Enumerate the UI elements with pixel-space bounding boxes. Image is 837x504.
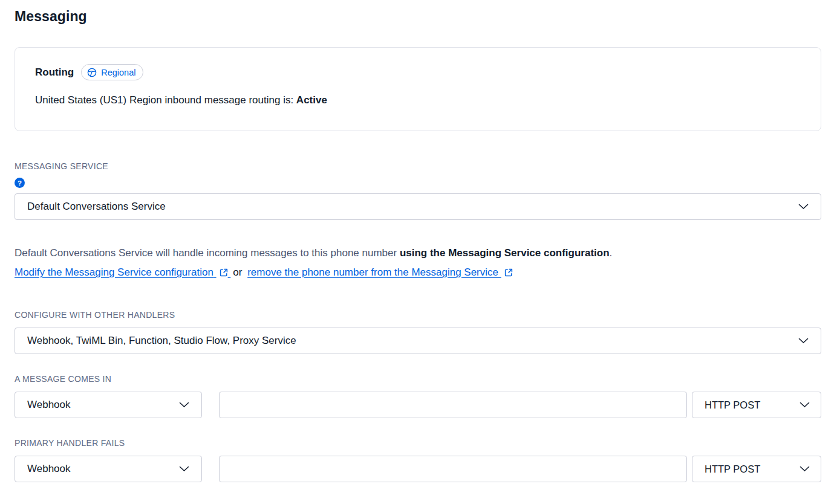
chevron-down-icon [798,338,809,344]
remove-phone-number-link[interactable]: remove the phone number from the Messagi… [247,267,513,278]
routing-status-line: United States (US1) Region inbound messa… [35,93,801,108]
page-title: Messaging [15,8,821,25]
modify-link-label: Modify the Messaging Service configurati… [15,267,213,278]
routing-card: Routing Regional United States (US1) Reg… [15,47,821,131]
chevron-down-icon [179,466,189,472]
message-comes-in-method-select[interactable]: HTTP POST [692,392,821,418]
modify-messaging-service-link[interactable]: Modify the Messaging Service configurati… [15,267,230,278]
routing-status-value: Active [296,94,327,106]
external-link-icon [220,268,228,277]
method-selected-value: HTTP POST [705,464,760,475]
other-handlers-selected-value: Webhook, TwiML Bin, Function, Studio Flo… [27,335,296,347]
link-separator: or [233,267,242,278]
chevron-down-icon [800,402,810,408]
primary-handler-fails-handler-select[interactable]: Webhook [15,456,202,482]
routing-status-text: United States (US1) Region inbound messa… [35,94,293,106]
routing-card-title: Routing [35,66,74,79]
handler-selected-value: Webhook [27,399,71,411]
handler-selected-value: Webhook [27,463,71,475]
messaging-service-select[interactable]: Default Conversations Service [15,193,821,220]
messaging-service-field: MESSAGING SERVICE ? Default Conversation… [15,161,821,220]
other-handlers-field: CONFIGURE WITH OTHER HANDLERS Webhook, T… [15,310,821,354]
globe-icon [87,68,97,77]
primary-handler-fails-label: PRIMARY HANDLER FAILS [15,438,821,448]
regional-badge-label: Regional [101,68,135,77]
message-comes-in-label: A MESSAGE COMES IN [15,374,821,384]
other-handlers-select[interactable]: Webhook, TwiML Bin, Function, Studio Flo… [15,328,821,354]
chevron-down-icon [800,466,810,472]
messaging-service-selected-value: Default Conversations Service [27,201,166,213]
regional-badge: Regional [81,64,143,80]
primary-handler-fails-url-input[interactable] [219,456,687,482]
remove-link-label: remove the phone number from the Messagi… [247,267,498,278]
method-selected-value: HTTP POST [705,399,760,411]
primary-handler-fails-row: Webhook HTTP POST [15,456,821,482]
chevron-down-icon [798,204,809,210]
description-bold-text: using the Messaging Service configuratio… [400,247,610,259]
primary-handler-fails-method-select[interactable]: HTTP POST [692,456,821,482]
messaging-service-label: MESSAGING SERVICE [15,161,821,172]
message-comes-in-handler-select[interactable]: Webhook [15,392,202,418]
message-comes-in-row: Webhook HTTP POST [15,392,821,418]
primary-handler-fails-section: PRIMARY HANDLER FAILS Webhook HTTP POST [15,438,821,482]
messaging-service-description: Default Conversations Service will handl… [15,244,821,282]
help-icon[interactable]: ? [15,178,25,188]
description-period: . [610,247,613,259]
messaging-settings-page: Messaging Routing Regional United States… [0,0,837,482]
message-comes-in-url-input[interactable] [219,392,687,418]
description-text: Default Conversations Service will handl… [15,247,397,259]
routing-card-header: Routing Regional [35,64,801,80]
chevron-down-icon [179,402,189,408]
external-link-icon [504,268,513,277]
message-comes-in-section: A MESSAGE COMES IN Webhook HTTP POST [15,374,821,418]
other-handlers-label: CONFIGURE WITH OTHER HANDLERS [15,310,821,320]
